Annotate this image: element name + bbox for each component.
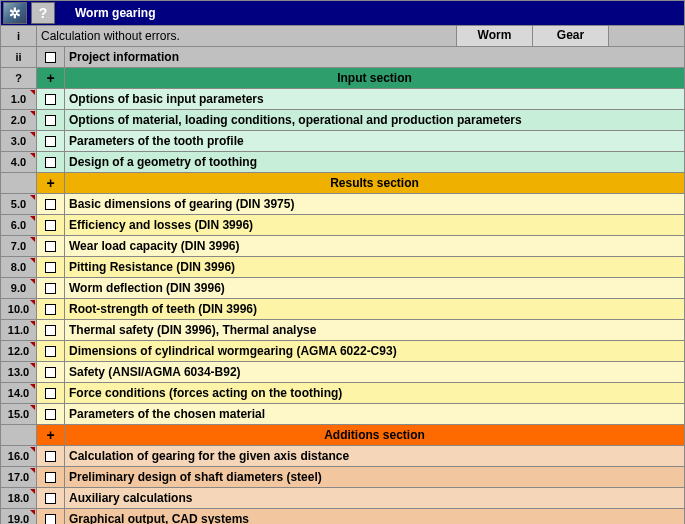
status-row-index: i <box>1 26 37 46</box>
additions-row[interactable]: 19.0Graphical output, CAD systems <box>0 509 685 524</box>
additions-row[interactable]: 17.0Preliminary design of shaft diameter… <box>0 467 685 488</box>
row-checkbox[interactable] <box>37 131 65 151</box>
row-label: Options of basic input parameters <box>65 89 684 109</box>
input-row[interactable]: 1.0Options of basic input parameters <box>0 89 685 110</box>
additions-section-title: Additions section <box>65 425 684 445</box>
results-section-expand[interactable]: + <box>37 173 65 193</box>
row-number: 9.0 <box>1 278 37 298</box>
input-section-expand[interactable]: + <box>37 68 65 88</box>
row-checkbox[interactable] <box>37 341 65 361</box>
row-number: 16.0 <box>1 446 37 466</box>
row-label: Options of material, loading conditions,… <box>65 110 684 130</box>
row-label: Preliminary design of shaft diameters (s… <box>65 467 684 487</box>
row-number: 7.0 <box>1 236 37 256</box>
input-row[interactable]: 4.0Design of a geometry of toothing <box>0 152 685 173</box>
results-row[interactable]: 12.0Dimensions of cylindrical wormgearin… <box>0 341 685 362</box>
row-label: Calculation of gearing for the given axi… <box>65 446 684 466</box>
row-label: Wear load capacity (DIN 3996) <box>65 236 684 256</box>
title-bar: ✲ ? Worm gearing <box>0 0 685 26</box>
row-checkbox[interactable] <box>37 488 65 508</box>
gear-button[interactable]: Gear <box>532 26 608 46</box>
row-label: Efficiency and losses (DIN 3996) <box>65 215 684 235</box>
row-label: Thermal safety (DIN 3996), Thermal analy… <box>65 320 684 340</box>
results-row[interactable]: 9.0Worm deflection (DIN 3996) <box>0 278 685 299</box>
row-number: 8.0 <box>1 257 37 277</box>
row-checkbox[interactable] <box>37 446 65 466</box>
row-label: Force conditions (forces acting on the t… <box>65 383 684 403</box>
row-checkbox[interactable] <box>37 110 65 130</box>
row-checkbox[interactable] <box>37 509 65 524</box>
row-label: Dimensions of cylindrical wormgearing (A… <box>65 341 684 361</box>
row-checkbox[interactable] <box>37 194 65 214</box>
results-row[interactable]: 7.0Wear load capacity (DIN 3996) <box>0 236 685 257</box>
results-section-blank <box>1 173 37 193</box>
results-row[interactable]: 10.0Root-strength of teeth (DIN 3996) <box>0 299 685 320</box>
row-number: 18.0 <box>1 488 37 508</box>
status-text: Calculation without errors. <box>37 26 456 46</box>
row-label: Parameters of the tooth profile <box>65 131 684 151</box>
row-number: 4.0 <box>1 152 37 172</box>
row-label: Safety (ANSI/AGMA 6034-B92) <box>65 362 684 382</box>
row-label: Root-strength of teeth (DIN 3996) <box>65 299 684 319</box>
additions-row[interactable]: 18.0Auxiliary calculations <box>0 488 685 509</box>
row-label: Design of a geometry of toothing <box>65 152 684 172</box>
row-checkbox[interactable] <box>37 257 65 277</box>
row-checkbox[interactable] <box>37 362 65 382</box>
row-checkbox[interactable] <box>37 299 65 319</box>
row-checkbox[interactable] <box>37 236 65 256</box>
row-label: Parameters of the chosen material <box>65 404 684 424</box>
results-row[interactable]: 13.0Safety (ANSI/AGMA 6034-B92) <box>0 362 685 383</box>
row-number: 11.0 <box>1 320 37 340</box>
page-title: Worm gearing <box>75 6 155 20</box>
project-info-index: ii <box>1 47 37 67</box>
row-number: 10.0 <box>1 299 37 319</box>
row-number: 13.0 <box>1 362 37 382</box>
row-label: Graphical output, CAD systems <box>65 509 684 524</box>
app-icon[interactable]: ✲ <box>3 2 27 24</box>
row-checkbox[interactable] <box>37 278 65 298</box>
input-row[interactable]: 3.0Parameters of the tooth profile <box>0 131 685 152</box>
results-section-header[interactable]: + Results section <box>0 173 685 194</box>
results-row[interactable]: 14.0Force conditions (forces acting on t… <box>0 383 685 404</box>
row-number: 12.0 <box>1 341 37 361</box>
results-row[interactable]: 5.0Basic dimensions of gearing (DIN 3975… <box>0 194 685 215</box>
input-row[interactable]: 2.0Options of material, loading conditio… <box>0 110 685 131</box>
results-row[interactable]: 8.0Pitting Resistance (DIN 3996) <box>0 257 685 278</box>
row-number: 15.0 <box>1 404 37 424</box>
row-number: 1.0 <box>1 89 37 109</box>
row-number: 3.0 <box>1 131 37 151</box>
row-checkbox[interactable] <box>37 89 65 109</box>
additions-row[interactable]: 16.0Calculation of gearing for the given… <box>0 446 685 467</box>
row-label: Auxiliary calculations <box>65 488 684 508</box>
row-number: 2.0 <box>1 110 37 130</box>
input-section-help[interactable]: ? <box>1 68 37 88</box>
project-info-checkbox[interactable] <box>37 47 65 67</box>
row-checkbox[interactable] <box>37 215 65 235</box>
empty-button-slot <box>608 26 684 46</box>
row-number: 6.0 <box>1 215 37 235</box>
help-icon[interactable]: ? <box>31 2 55 24</box>
row-label: Pitting Resistance (DIN 3996) <box>65 257 684 277</box>
results-section-title: Results section <box>65 173 684 193</box>
row-checkbox[interactable] <box>37 383 65 403</box>
row-checkbox[interactable] <box>37 152 65 172</box>
additions-section-expand[interactable]: + <box>37 425 65 445</box>
row-checkbox[interactable] <box>37 404 65 424</box>
worm-button[interactable]: Worm <box>456 26 532 46</box>
project-info-row[interactable]: ii Project information <box>0 47 685 68</box>
results-row[interactable]: 6.0Efficiency and losses (DIN 3996) <box>0 215 685 236</box>
status-row: i Calculation without errors. Worm Gear <box>0 26 685 47</box>
row-number: 19.0 <box>1 509 37 524</box>
row-checkbox[interactable] <box>37 467 65 487</box>
additions-section-header[interactable]: + Additions section <box>0 425 685 446</box>
row-label: Basic dimensions of gearing (DIN 3975) <box>65 194 684 214</box>
project-info-label: Project information <box>65 47 684 67</box>
input-section-title: Input section <box>65 68 684 88</box>
row-number: 17.0 <box>1 467 37 487</box>
row-number: 5.0 <box>1 194 37 214</box>
input-section-header[interactable]: ? + Input section <box>0 68 685 89</box>
row-label: Worm deflection (DIN 3996) <box>65 278 684 298</box>
results-row[interactable]: 11.0Thermal safety (DIN 3996), Thermal a… <box>0 320 685 341</box>
row-checkbox[interactable] <box>37 320 65 340</box>
results-row[interactable]: 15.0Parameters of the chosen material <box>0 404 685 425</box>
